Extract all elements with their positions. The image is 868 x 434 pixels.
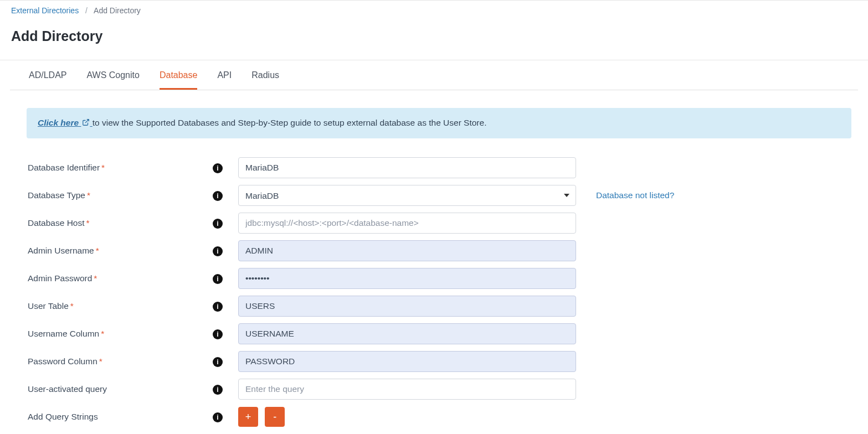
help-icon[interactable]: i bbox=[213, 246, 223, 256]
tab-aws-cognito[interactable]: AWS Cognito bbox=[86, 60, 139, 90]
database-not-listed-link[interactable]: Database not listed? bbox=[579, 190, 707, 200]
help-icon[interactable]: i bbox=[213, 274, 223, 284]
page-title: Add Directory bbox=[0, 19, 868, 60]
help-icon[interactable]: i bbox=[213, 219, 223, 229]
help-icon[interactable]: i bbox=[213, 357, 223, 367]
label-admin-password: Admin Password* bbox=[27, 273, 209, 283]
tab-database[interactable]: Database bbox=[160, 60, 198, 90]
admin-username-input[interactable] bbox=[238, 240, 576, 261]
db-type-select[interactable]: MariaDB bbox=[238, 185, 576, 206]
db-host-input[interactable] bbox=[238, 213, 576, 234]
info-banner-link-text: Click here bbox=[38, 118, 79, 127]
help-icon[interactable]: i bbox=[213, 385, 223, 395]
add-query-button[interactable]: + bbox=[238, 407, 258, 427]
help-icon[interactable]: i bbox=[213, 302, 223, 312]
tab-adldap[interactable]: AD/LDAP bbox=[29, 60, 66, 90]
help-icon[interactable]: i bbox=[213, 163, 223, 173]
tab-api[interactable]: API bbox=[217, 60, 232, 90]
breadcrumb: External Directories / Add Directory bbox=[0, 1, 868, 19]
label-db-type: Database Type* bbox=[27, 190, 209, 200]
user-activated-query-input[interactable] bbox=[238, 379, 576, 400]
password-column-input[interactable] bbox=[238, 351, 576, 372]
user-table-input[interactable] bbox=[238, 296, 576, 317]
username-column-input[interactable] bbox=[238, 323, 576, 344]
label-db-host: Database Host* bbox=[27, 218, 209, 228]
admin-password-input[interactable] bbox=[238, 268, 576, 289]
remove-query-button[interactable]: - bbox=[265, 407, 285, 427]
help-icon[interactable]: i bbox=[213, 191, 223, 201]
info-banner-link[interactable]: Click here bbox=[38, 118, 93, 127]
svg-line-0 bbox=[85, 120, 89, 123]
breadcrumb-parent-link[interactable]: External Directories bbox=[11, 6, 79, 15]
help-icon[interactable]: i bbox=[213, 412, 223, 422]
label-admin-username: Admin Username* bbox=[27, 246, 209, 256]
breadcrumb-current: Add Directory bbox=[94, 6, 141, 15]
tabs: AD/LDAP AWS Cognito Database API Radius bbox=[10, 60, 858, 90]
label-add-query-strings: Add Query Strings bbox=[27, 412, 209, 422]
info-banner: Click here to view the Supported Databas… bbox=[27, 108, 851, 138]
external-link-icon bbox=[82, 118, 90, 128]
info-banner-text: to view the Supported Databases and Step… bbox=[93, 118, 487, 127]
label-db-identifier: Database Identifier* bbox=[27, 163, 209, 173]
db-identifier-input[interactable] bbox=[238, 157, 576, 178]
help-icon[interactable]: i bbox=[213, 329, 223, 339]
label-user-activated-query: User-activated query bbox=[27, 384, 209, 394]
label-user-table: User Table* bbox=[27, 301, 209, 311]
tab-radius[interactable]: Radius bbox=[251, 60, 279, 90]
label-username-column: Username Column* bbox=[27, 329, 209, 339]
breadcrumb-separator: / bbox=[85, 6, 88, 15]
label-password-column: Password Column* bbox=[27, 356, 209, 366]
